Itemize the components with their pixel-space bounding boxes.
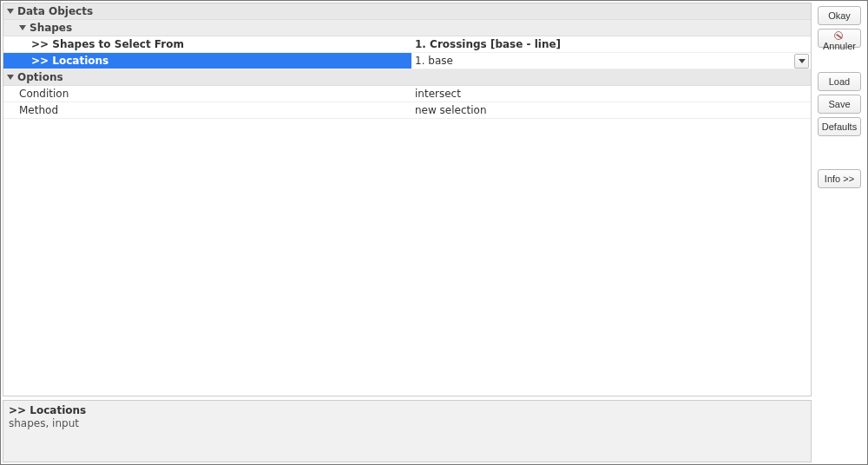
save-button[interactable]: Save xyxy=(818,95,861,114)
param-label: >> Shapes to Select From xyxy=(3,36,411,52)
cancel-button[interactable]: Annuler xyxy=(818,29,861,48)
param-value-dropdown[interactable]: 1. base xyxy=(411,53,811,69)
options-rows: Condition intersect Method new selection xyxy=(3,86,811,119)
disclosure-triangle-icon xyxy=(7,9,14,14)
option-label: Method xyxy=(3,102,411,118)
group-label: Options xyxy=(17,71,63,83)
defaults-button[interactable]: Defaults xyxy=(818,117,861,136)
description-title: >> Locations xyxy=(9,404,806,416)
row-shapes-to-select-from[interactable]: >> Shapes to Select From 1. Crossings [b… xyxy=(3,36,811,53)
load-button[interactable]: Load xyxy=(818,72,861,91)
dialog-window: Data Objects Shapes >> Shapes to Select … xyxy=(0,0,868,465)
left-pane: Data Objects Shapes >> Shapes to Select … xyxy=(1,1,813,464)
group-options[interactable]: Options xyxy=(3,69,811,86)
spacer xyxy=(818,51,863,69)
group-data-objects[interactable]: Data Objects xyxy=(3,3,811,20)
disclosure-triangle-icon xyxy=(7,75,14,80)
group-shapes[interactable]: Shapes xyxy=(3,20,811,36)
info-button[interactable]: Info >> xyxy=(818,169,861,188)
description-panel: >> Locations shapes, input xyxy=(3,400,812,462)
option-label: Condition xyxy=(3,86,411,102)
row-locations[interactable]: >> Locations 1. base xyxy=(3,53,811,69)
description-subtitle: shapes, input xyxy=(9,417,806,429)
option-value[interactable]: new selection xyxy=(411,102,811,118)
cancel-icon xyxy=(834,31,843,40)
row-method[interactable]: Method new selection xyxy=(3,102,811,119)
row-condition[interactable]: Condition intersect xyxy=(3,86,811,102)
param-value[interactable]: 1. Crossings [base - line] xyxy=(411,36,811,52)
shapes-rows: >> Shapes to Select From 1. Crossings [b… xyxy=(3,36,811,69)
group-label: Shapes xyxy=(30,22,72,34)
option-value[interactable]: intersect xyxy=(411,86,811,102)
dropdown-button[interactable] xyxy=(794,54,809,69)
button-panel: Okay Annuler Load Save Defaults Info >> xyxy=(813,1,867,464)
parameters-area: Data Objects Shapes >> Shapes to Select … xyxy=(3,3,812,396)
group-label: Data Objects xyxy=(17,5,93,17)
okay-button[interactable]: Okay xyxy=(818,6,861,25)
chevron-down-icon xyxy=(799,59,806,63)
param-label: >> Locations xyxy=(3,53,411,69)
spacer xyxy=(818,140,863,166)
disclosure-triangle-icon xyxy=(19,25,26,30)
